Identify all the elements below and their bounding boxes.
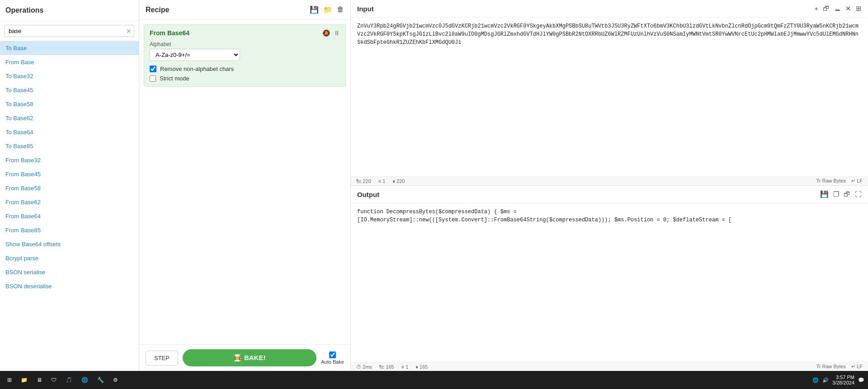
remove-non-alphabet-checkbox[interactable] [150, 66, 156, 72]
add-input-icon[interactable]: + [814, 5, 818, 13]
pop-out-input-icon[interactable]: 🗕 [834, 5, 841, 13]
clock: 3:57 PM 3/28/2024 [832, 375, 854, 385]
save-output-icon[interactable]: 💾 [820, 190, 829, 198]
network-icon: 🌐 [812, 377, 819, 383]
taskbar-files[interactable]: 📁 [17, 375, 31, 385]
taskbar-music[interactable]: 🎵 [62, 375, 76, 385]
bake-button[interactable]: 🧑‍🍳 BAKE! [183, 349, 316, 366]
taskbar-browser[interactable]: 🌐 [78, 375, 92, 385]
input-raw-bytes[interactable]: Tr Raw Bytes [816, 178, 846, 184]
sidebar-item-1[interactable]: From Base [0, 55, 139, 69]
recipe-panel: Recipe 💾 📁 🗑 From Base64 🔕 ⏸ Alphabet [139, 0, 351, 371]
disable-recipe-item-icon[interactable]: 🔕 [322, 29, 330, 37]
sidebar: Operations ✕ To BaseFrom BaseTo Base32To… [0, 0, 139, 371]
recipe-item-controls: 🔕 ⏸ [322, 29, 340, 37]
sidebar-list: To BaseFrom BaseTo Base32To Base45To Bas… [0, 41, 139, 371]
input-textarea[interactable]: ZnVuY3Rpb24gRGVjb21wcmVzc0J5dGVzKCRjb21w… [351, 18, 868, 176]
recipe-header: Recipe 💾 📁 🗑 [139, 0, 350, 20]
io-panel: Input + 🗗 🗕 ✕ ⊞ ZnVuY3Rpb24gRGVjb21wcmVz… [351, 0, 868, 371]
clear-input-icon[interactable]: ⊞ [856, 5, 862, 13]
taskbar-start[interactable]: ⊞ [4, 375, 15, 385]
sidebar-item-13[interactable]: From Base85 [0, 223, 139, 237]
expand-output-icon[interactable]: ⛶ [855, 190, 862, 198]
sidebar-item-3[interactable]: To Base45 [0, 83, 139, 97]
sidebar-item-6[interactable]: To Base64 [0, 125, 139, 139]
output-time: ⏱ 2ms [356, 364, 372, 370]
sidebar-item-11[interactable]: From Base62 [0, 195, 139, 209]
taskbar: ⊞ 📁 🖥 🛡 🎵 🌐 🔧 ⚙ 🌐 🔊 3:57 PM 3/28/2024 💬 [0, 371, 868, 389]
auto-bake-checkbox[interactable] [329, 352, 336, 358]
recipe-footer: STEP 🧑‍🍳 BAKE! Auto Bake [139, 344, 350, 371]
strict-mode-label: Strict mode [160, 75, 189, 82]
sidebar-item-7[interactable]: To Base85 [0, 139, 139, 153]
sidebar-item-0[interactable]: To Base [0, 41, 139, 55]
output-lf[interactable]: ↵ LF [851, 364, 863, 370]
sidebar-item-16[interactable]: BSON serialise [0, 265, 139, 279]
input-chars: ¶c 220 [356, 178, 371, 184]
input-header: Input + 🗗 🗕 ✕ ⊞ [351, 0, 868, 18]
taskbar-right: 🌐 🔊 3:57 PM 3/28/2024 💬 [812, 375, 864, 385]
sidebar-item-8[interactable]: From Base32 [0, 153, 139, 167]
copy-output-icon[interactable]: ❐ [833, 190, 839, 198]
sidebar-item-9[interactable]: From Base45 [0, 167, 139, 181]
window-output-icon[interactable]: 🗗 [844, 190, 850, 198]
sidebar-item-10[interactable]: From Base58 [0, 181, 139, 195]
alphabet-select[interactable]: A-Za-z0-9+/= A-Za-z0-9-_ Custom [150, 49, 240, 61]
sidebar-item-15[interactable]: Bcrypt parse [0, 251, 139, 265]
output-position: ♦ 165 [415, 364, 428, 370]
recipe-item-header: From Base64 🔕 ⏸ [150, 29, 340, 37]
input-header-icons: + 🗗 🗕 ✕ ⊞ [814, 5, 862, 13]
clock-date: 3/28/2024 [832, 380, 854, 385]
output-textarea[interactable]: function DecompressBytes($compressedData… [351, 203, 868, 362]
open-recipe-icon[interactable]: 📁 [323, 5, 332, 14]
delete-recipe-icon[interactable]: 🗑 [337, 5, 344, 14]
sidebar-item-5[interactable]: To Base62 [0, 111, 139, 125]
volume-icon: 🔊 [822, 377, 829, 383]
input-lines: ≡ 1 [378, 178, 386, 184]
sidebar-item-2[interactable]: To Base32 [0, 69, 139, 83]
clear-search-button[interactable]: ✕ [126, 28, 132, 35]
notification-icon[interactable]: 💬 [858, 377, 864, 383]
recipe-item-title: From Base64 [150, 29, 189, 37]
output-statusbar: ⏱ 2ms ¶c 165 ≡ 1 ♦ 165 Tr Raw Bytes ↵ LF [351, 362, 868, 371]
step-button[interactable]: STEP [146, 351, 178, 366]
sidebar-item-14[interactable]: Show Base64 offsets [0, 237, 139, 251]
save-recipe-icon[interactable]: 💾 [310, 5, 319, 14]
strict-mode-row: Strict mode [150, 75, 340, 82]
output-header: Output 💾 ❐ 🗗 ⛶ [351, 186, 868, 203]
input-statusbar: ¶c 220 ≡ 1 ♦ 220 Tr Raw Bytes ↵ LF [351, 176, 868, 185]
output-raw-bytes[interactable]: Tr Raw Bytes [816, 364, 846, 370]
auto-bake-container: Auto Bake [321, 352, 344, 365]
new-window-input-icon[interactable]: 🗗 [823, 5, 830, 13]
sidebar-item-12[interactable]: From Base64 [0, 209, 139, 223]
remove-non-alphabet-label: Remove non-alphabet chars [160, 66, 234, 72]
taskbar-app[interactable]: ⚙ [109, 375, 122, 385]
auto-bake-label: Auto Bake [321, 359, 344, 365]
taskbar-tool[interactable]: 🔧 [94, 375, 108, 385]
sidebar-item-17[interactable]: BSON deserialise [0, 279, 139, 293]
sidebar-item-4[interactable]: To Base58 [0, 97, 139, 111]
recipe-title: Recipe [146, 6, 169, 14]
input-section: Input + 🗗 🗕 ✕ ⊞ ZnVuY3Rpb24gRGVjb21wcmVz… [351, 0, 868, 186]
taskbar-shield[interactable]: 🛡 [47, 375, 60, 385]
output-title: Output [357, 191, 379, 198]
recipe-header-icons: 💾 📁 🗑 [310, 5, 344, 14]
alphabet-field: Alphabet A-Za-z0-9+/= A-Za-z0-9-_ Custom [150, 41, 340, 61]
remove-non-alphabet-row: Remove non-alphabet chars [150, 66, 340, 72]
strict-mode-checkbox[interactable] [150, 75, 156, 82]
output-section: Output 💾 ❐ 🗗 ⛶ function DecompressBytes(… [351, 186, 868, 371]
pause-recipe-item-icon[interactable]: ⏸ [334, 29, 340, 37]
output-header-icons: 💾 ❐ 🗗 ⛶ [820, 190, 862, 198]
recipe-content: From Base64 🔕 ⏸ Alphabet A-Za-z0-9+/= A-… [139, 20, 350, 344]
search-input[interactable] [5, 25, 134, 37]
sidebar-title: Operations [0, 0, 139, 21]
sidebar-search-container: ✕ [0, 21, 139, 41]
taskbar-terminal[interactable]: 🖥 [33, 375, 46, 385]
alphabet-label: Alphabet [150, 41, 340, 47]
close-input-icon[interactable]: ✕ [845, 5, 851, 13]
output-chars: ¶c 165 [379, 364, 394, 370]
input-title: Input [357, 5, 374, 13]
input-lf[interactable]: ↵ LF [851, 178, 863, 184]
output-lines: ≡ 1 [401, 364, 409, 370]
recipe-item-from-base64: From Base64 🔕 ⏸ Alphabet A-Za-z0-9+/= A-… [144, 24, 346, 87]
